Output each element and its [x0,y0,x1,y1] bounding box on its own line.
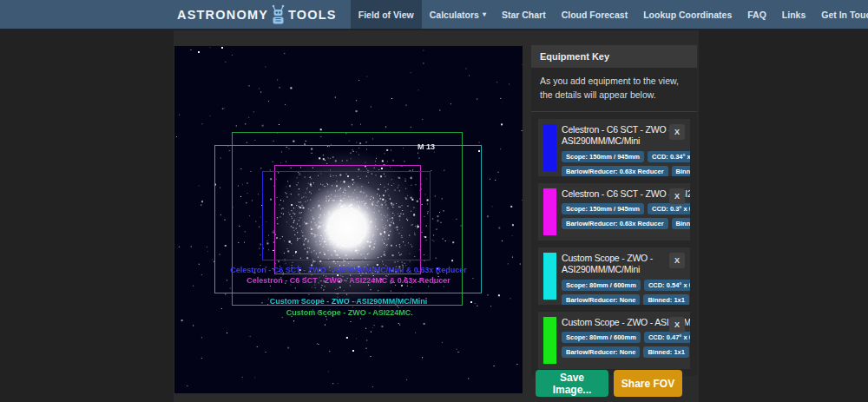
nav-item-faq[interactable]: FAQ [740,0,774,29]
fov-rect-celestron-asi290 [262,171,431,260]
ccd-badge: CCD: 0.34° x 0.19° [648,151,690,162]
robot-icon [271,4,286,25]
remove-equipment-button[interactable]: X [669,317,685,333]
barlow-reducer-badge: Barlow/Reducer: None [562,346,640,358]
content-area: M 13 Celestron - C6 SCT - ZWO - ASI290MM… [174,30,699,402]
share-fov-button[interactable]: Share FOV [614,370,682,397]
equipment-card: X Celestron - C6 SCT - ZWO - ASI290MM/MC… [538,119,690,176]
nav-item-calculators[interactable]: Calculators▾ [422,0,494,29]
equipment-title: Celestron - C6 SCT - ZWO - ASI224MC [562,188,671,201]
ccd-badge: CCD: 0.47° x 0.35° [644,332,690,343]
nav-item-cloud-forecast[interactable]: Cloud Forecast [554,0,635,29]
logo-text-tools: TOOLS [288,8,337,22]
equipment-title: Custom Scope - ZWO - ASI224MC [562,317,671,329]
nav-menu: Field of View Calculators▾ Star Chart Cl… [351,0,868,29]
color-swatch-blue [543,124,556,171]
object-label-m13: M 13 [418,142,435,151]
barlow-reducer-badge: Barlow/Reducer: None [562,294,640,305]
equipment-card: X Custom Scope - ZWO - ASI290MM/MC/Mini … [538,247,690,305]
page: ASTRONOMY [0,0,868,402]
nav-item-lookup-coordinates[interactable]: Lookup Coordinates [635,0,740,29]
site-logo[interactable]: ASTRONOMY [174,0,351,29]
color-swatch-magenta [543,188,556,235]
panel-header: Equipment Key [531,45,697,68]
scope-badge: Scope: 150mm / 945mm [562,203,644,214]
panel-intro-text: As you add equipment to the view, the de… [531,68,697,112]
remove-equipment-button[interactable]: X [669,124,685,140]
equipment-card-list: X Celestron - C6 SCT - ZWO - ASI290MM/MC… [531,112,697,376]
equipment-card: X Celestron - C6 SCT - ZWO - ASI224MC Sc… [538,183,690,241]
nav-item-links[interactable]: Links [774,0,813,29]
fov-label-celestron-asi224mc: Celestron - C6 SCT - ZWO - ASI224MC & 0.… [247,276,450,285]
barlow-reducer-badge: Barlow/Reducer: 0.63x Reducer [562,218,668,229]
fov-label-celestron-asi290: Celestron - C6 SCT - ZWO - ASI290MM/MC/M… [230,266,467,274]
equipment-key-panel: Equipment Key As you add equipment to th… [531,45,697,376]
barlow-reducer-badge: Barlow/Reducer: 0.63x Reducer [562,166,668,176]
chevron-down-icon: ▾ [483,11,486,18]
navbar: ASTRONOMY [0,0,868,29]
color-swatch-cyan [543,253,556,300]
equipment-title: Celestron - C6 SCT - ZWO - ASI290MM/MC/M… [562,124,671,148]
nav-item-star-chart[interactable]: Star Chart [494,0,554,29]
save-image-button[interactable]: Save Image... [536,370,608,397]
remove-equipment-button[interactable]: X [669,188,685,204]
scope-badge: Scope: 80mm / 600mm [562,332,641,343]
fov-label-custom-asi224mc: Custom Scope - ZWO - ASI224MC [286,308,411,317]
scope-badge: Scope: 80mm / 600mm [562,280,641,291]
equipment-title: Custom Scope - ZWO - ASI290MM/MC/Mini [562,253,671,276]
remove-equipment-button[interactable]: X [669,253,685,268]
nav-item-field-of-view[interactable]: Field of View [351,0,422,29]
binned-badge: Binned: 1x1 [672,218,690,229]
equipment-card: X Custom Scope - ZWO - ASI224MC Scope: 8… [538,312,690,369]
scope-badge: Scope: 150mm / 945mm [562,151,644,162]
color-swatch-green [543,317,556,364]
logo-text-astronomy: ASTRONOMY [177,8,268,22]
fov-label-custom-asi290: Custom Scope - ZWO - ASI290MM/MC/Mini [270,297,428,306]
ccd-badge: CCD: 0.54° x 0.3° [644,280,690,291]
binned-badge: Binned: 1x1 [643,294,689,305]
field-of-view-canvas[interactable]: M 13 Celestron - C6 SCT - ZWO - ASI290MM… [174,46,523,393]
binned-badge: Binned: 1x1 [643,346,689,358]
ccd-badge: CCD: 0.3° x 0.22° [648,203,690,214]
nav-item-get-in-touch[interactable]: Get In Touch [813,0,868,29]
binned-badge: Binned: 1x1 [672,166,690,176]
